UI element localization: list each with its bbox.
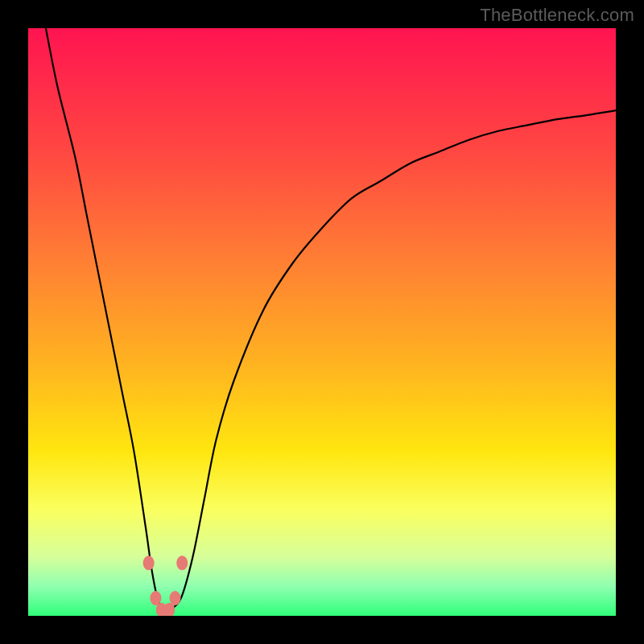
curve-marker — [143, 555, 155, 570]
curve-path — [46, 28, 616, 612]
bottleneck-curve — [28, 28, 616, 616]
curve-marker — [170, 591, 181, 605]
chart-frame: TheBottleneck.com — [0, 0, 644, 644]
plot-area — [28, 28, 616, 616]
watermark-text: TheBottleneck.com — [480, 5, 634, 26]
curve-markers — [143, 555, 188, 616]
curve-marker — [176, 555, 188, 570]
